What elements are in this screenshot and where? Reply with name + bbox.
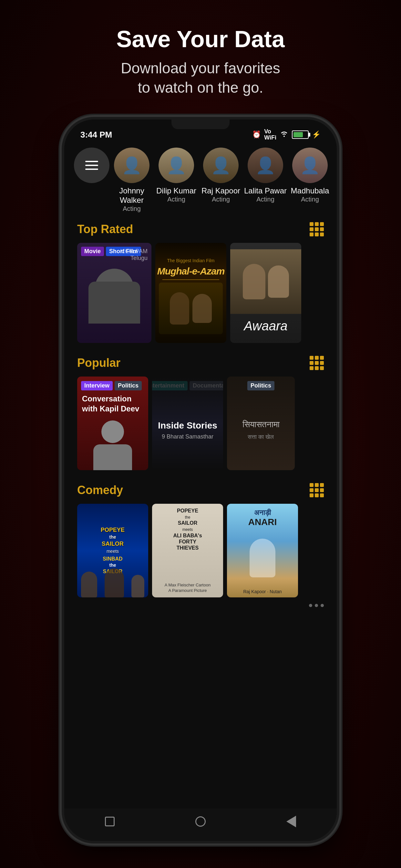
top-rated-title: Top Rated [77, 222, 133, 236]
three-dots-icon[interactable] [309, 604, 324, 607]
mughal-tagline: The Biggest Indian Film [167, 252, 214, 263]
comedy-header: Comedy [64, 480, 337, 504]
status-right: ⏰ VoWiFi ⚡ [252, 128, 320, 142]
actors-row: Johnny Walker Acting Dilip Kumar Acting [64, 144, 337, 219]
card-popeye-sinbad[interactable]: POPEYEtheSAILORmeets SINBADtheSAILOR [77, 504, 148, 597]
inside-stories-sub: 9 Bharat Samasthar [162, 433, 213, 440]
popular-cards: Interview Politics Conversation with Kap… [64, 376, 337, 480]
app-content: Johnny Walker Acting Dilip Kumar Acting [64, 144, 337, 626]
kapil-title: Conversation with Kapil Deev [77, 391, 148, 417]
phone-frame: 3:44 PM ⏰ VoWiFi ⚡ [62, 117, 339, 843]
anari-cast: Raj Kapoor · Nutan [243, 589, 281, 594]
card-conversation-kapil[interactable]: Interview Politics Conversation with Kap… [77, 376, 148, 470]
actor-role-lalita: Acting [256, 196, 274, 203]
bottom-nav [64, 809, 337, 841]
nav-square-icon [105, 817, 115, 826]
top-rated-header: Top Rated [64, 219, 337, 243]
inside-stories-title: Inside Stories [158, 421, 217, 431]
anari-title-hindi: अनाड़ी [254, 508, 271, 517]
mughal-title: Mughal-e-Azam [157, 266, 225, 277]
top-rated-grid-icon[interactable] [310, 222, 324, 237]
actor-avatar-raj [203, 148, 239, 183]
more-dots [64, 604, 337, 614]
actor-lalita-pawar[interactable]: Lalita Pawar Acting [243, 148, 288, 203]
actor-johnny-walker[interactable]: Johnny Walker Acting [110, 148, 154, 213]
actor-role-raj: Acting [212, 196, 230, 203]
voice-label: VoWiFi [264, 128, 276, 142]
promo-subtitle: Download your favoritesto watch on the g… [116, 59, 285, 97]
popeye-alibaba-sub: A Max Fleischer CartoonA Paramount Pictu… [165, 583, 211, 593]
promo-title: Save Your Data [116, 26, 285, 52]
screen-content: 3:44 PM ⏰ VoWiFi ⚡ [64, 120, 337, 841]
card-inside-stories[interactable]: Entertainment Documentary Inside Stories… [152, 376, 223, 470]
actor-name-dilip: Dilip Kumar [156, 186, 196, 196]
menu-avatar [74, 148, 110, 183]
phone-screen: 3:44 PM ⏰ VoWiFi ⚡ [64, 120, 337, 841]
battery-icon [292, 130, 309, 139]
card-tags-siyasat: Politics [243, 376, 278, 391]
charging-icon: ⚡ [312, 130, 320, 139]
awaara-title: Awaara [244, 319, 288, 337]
popular-header: Popular [64, 352, 337, 376]
alarm-icon: ⏰ [252, 130, 261, 139]
card-anari[interactable]: अनाड़ी ANARI Raj Kapoor · Nutan [227, 504, 298, 597]
comedy-grid-icon[interactable] [310, 483, 324, 497]
anari-title-eng: ANARI [248, 517, 277, 527]
tag-movie: Movie [81, 247, 104, 256]
actor-avatar-lalita [248, 148, 283, 183]
status-time: 3:44 PM [81, 130, 112, 140]
comedy-cards: POPEYEtheSAILORmeets SINBADtheSAILOR [64, 504, 337, 604]
siyasat-title: सियासतनामासत्ता का खेल [243, 418, 280, 442]
top-rated-cards: Movie Short Film VKALPAMTelugu The Bigge… [64, 243, 337, 352]
popular-grid-icon[interactable] [310, 356, 324, 370]
hamburger-icon [85, 161, 98, 170]
actor-role-dilip: Acting [167, 196, 185, 203]
nav-back-button[interactable] [283, 813, 299, 830]
card-subtitle-telugu: VKALPAMTelugu [120, 248, 148, 261]
nav-recent-button[interactable] [102, 813, 118, 830]
actor-name-madhubala: Madhubala [291, 186, 329, 196]
actor-name-johnny: Johnny Walker [110, 186, 154, 205]
actor-avatar-madhubala [292, 148, 328, 183]
wifi-icon [280, 130, 289, 139]
nav-home-button[interactable] [192, 813, 209, 830]
card-telugu-film[interactable]: Movie Short Film VKALPAMTelugu [77, 243, 151, 343]
card-awaara[interactable]: Awaara [230, 243, 301, 343]
actor-avatar-dilip [158, 148, 194, 183]
phone-notch [172, 120, 229, 129]
actor-name-lalita: Lalita Pawar [244, 186, 287, 196]
actor-name-raj: Raj Kapoor [202, 186, 240, 196]
actor-role-johnny: Acting [123, 205, 141, 213]
popeye-alibaba-title: POPEYEtheSAILORmeetsALI BABA'sFORTYTHIEV… [173, 507, 202, 551]
actor-role-madhubala: Acting [301, 196, 319, 203]
card-popeye-alibaba[interactable]: POPEYEtheSAILORmeetsALI BABA'sFORTYTHIEV… [152, 504, 223, 597]
card-siyasatnama[interactable]: Politics सियासतनामासत्ता का खेल [227, 376, 295, 470]
battery-fill [294, 132, 303, 137]
card-mughal-e-azam[interactable]: The Biggest Indian Film Mughal-e-Azam [155, 243, 226, 343]
popular-title: Popular [77, 356, 120, 370]
comedy-title: Comedy [77, 484, 123, 497]
promo-header: Save Your Data Download your favoritesto… [116, 0, 285, 97]
popeye-sinbad-title: POPEYEtheSAILORmeets [101, 527, 125, 554]
card-tags-kapil: Interview Politics [77, 376, 146, 391]
menu-button[interactable] [74, 148, 110, 186]
nav-circle-icon [195, 816, 206, 827]
actor-dilip-kumar[interactable]: Dilip Kumar Acting [154, 148, 198, 203]
nav-triangle-icon [286, 816, 296, 827]
actor-avatar-johnny [114, 148, 150, 183]
actor-raj-kapoor[interactable]: Raj Kapoor Acting [198, 148, 243, 203]
actor-madhubala[interactable]: Madhubala Acting [288, 148, 332, 203]
